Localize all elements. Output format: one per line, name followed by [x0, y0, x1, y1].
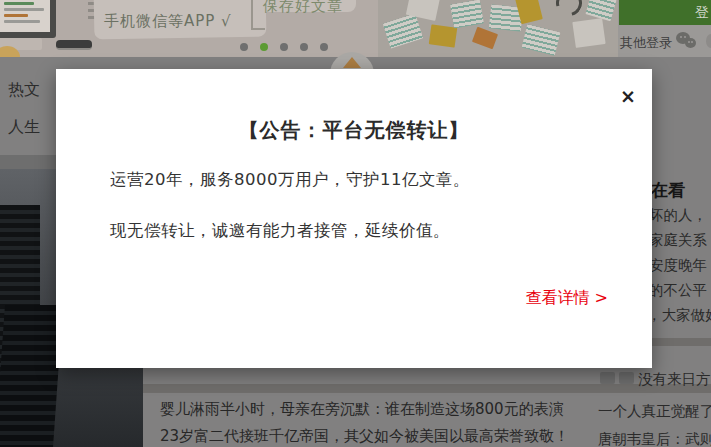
modal-body-line: 现无偿转让，诚邀有能力者接管，延续价值。: [110, 220, 450, 242]
modal-body-line: 运营20年，服务8000万用户，守护11亿文章。: [110, 169, 470, 191]
login-panel: 登 其他登录: [618, 0, 711, 57]
triangle-up-icon[interactable]: [343, 57, 361, 68]
bracket-line: [251, 0, 253, 30]
list-item[interactable]: 安度晚年: [649, 256, 707, 275]
right-column-heading: 在看: [651, 179, 685, 202]
close-icon[interactable]: ×: [620, 87, 636, 106]
carousel-dot[interactable]: [240, 43, 248, 51]
carousel-dot[interactable]: [320, 43, 328, 51]
sidebar-item-hot[interactable]: 热文: [8, 80, 40, 101]
list-item[interactable]: 家庭关系: [649, 231, 707, 250]
monitor-illustration: [0, 0, 56, 38]
article-title[interactable]: 婴儿淋雨半小时，母亲在旁沉默：谁在制造这场800元的表演: [160, 400, 564, 419]
wechat-icon[interactable]: [676, 32, 700, 52]
carousel-dot[interactable]: [280, 43, 288, 51]
page-root: 手机微信等APP √ 保存好文章 登 其他登录: [0, 0, 711, 447]
login-button[interactable]: 登: [619, 0, 711, 25]
bracket-corner: [251, 28, 265, 30]
view-details-link[interactable]: 查看详情 >: [526, 288, 609, 309]
papers-collage-image: [378, 0, 618, 57]
list-item[interactable]: 一个人真正觉醒了: [598, 402, 711, 421]
announcement-modal: × 【公告：平台无偿转让】 运营20年，服务8000万用户，守护11亿文章。 现…: [56, 69, 652, 368]
banner-slide-text: 手机微信等APP √: [104, 12, 232, 31]
carousel-banner: 手机微信等APP √ 保存好文章: [0, 0, 378, 57]
carousel-dots: [240, 43, 328, 51]
qq-icon[interactable]: [706, 34, 711, 48]
list-item[interactable]: ，大家做好: [647, 306, 711, 325]
carousel-dot-active[interactable]: [260, 43, 268, 51]
list-item[interactable]: 坏的人，: [649, 206, 707, 225]
monitor-screen: [0, 0, 50, 32]
list-item[interactable]: 的不公平: [649, 281, 707, 300]
sidebar-item-life[interactable]: 人生: [8, 117, 40, 138]
doodle-swirl: [551, 0, 587, 21]
modal-title: 【公告：平台无偿转让】: [56, 117, 652, 144]
faded-text-fragment: [619, 372, 634, 384]
carousel-dot[interactable]: [300, 43, 308, 51]
article-title[interactable]: 23岁富二代接班千亿帝国，其父如今被美国以最高荣誉致敬！: [160, 427, 569, 446]
list-item[interactable]: 没有来日方: [638, 370, 711, 389]
banner-save-text: 保存好文章: [263, 0, 343, 16]
faded-text-fragment: [600, 372, 615, 384]
list-item[interactable]: 唐朝韦皇后：武则: [598, 430, 711, 447]
other-login-label: 其他登录: [620, 34, 672, 52]
phone-illustration: [56, 40, 92, 50]
